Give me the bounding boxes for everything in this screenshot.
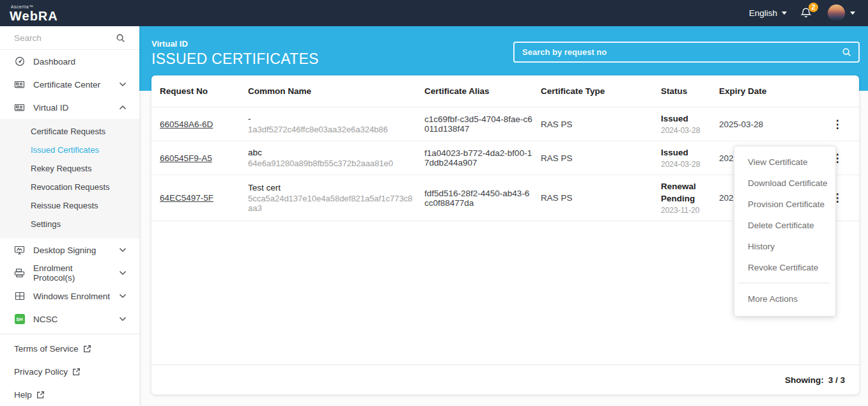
desktop-signing-icon: [14, 245, 25, 255]
sidebar: DashboardCertificate CenterVirtual IDCer…: [0, 26, 139, 406]
sidebar-nav: DashboardCertificate CenterVirtual IDCer…: [0, 50, 139, 238]
cell-status: Issued2024-03-28: [661, 147, 719, 169]
sidebar-link-label: Privacy Policy: [14, 367, 68, 377]
cell-expiry-date: 2025-03-28: [719, 120, 823, 129]
breadcrumb: Virtual ID: [151, 39, 319, 49]
sidebar-item-label: Dashboard: [33, 57, 75, 66]
brand-logo: Ascertia™ WebRA: [10, 4, 58, 23]
showing-label: Showing:: [785, 375, 824, 385]
search-icon: [116, 33, 125, 43]
chevron-down-icon: [119, 82, 127, 87]
sidebar-link-help[interactable]: Help: [0, 383, 139, 406]
sidebar-link-privacy-policy[interactable]: Privacy Policy: [0, 360, 139, 383]
common-name-hash: 1a3df5272c46ffc8e03aa32e6a324b86: [248, 125, 417, 134]
user-menu[interactable]: [828, 4, 855, 22]
virtual-id-icon: [14, 102, 25, 113]
table-footer: Showing: 3 / 3: [151, 364, 859, 394]
request-no-link[interactable]: 660548A6-6D: [160, 120, 213, 129]
sidebar-item-label: Desktop Signing: [33, 246, 96, 255]
sidebar-item-windows-enrolment[interactable]: Windows Enrolment: [0, 285, 139, 308]
cell-certificate-alias: fdf5d516-28f2-4450-ab43-6cc0f88477da: [424, 189, 541, 208]
external-link-icon: [83, 345, 91, 353]
sidebar-item-label: NCSC: [33, 315, 58, 324]
menu-item-delete-certificate[interactable]: Delete Certificate: [734, 215, 835, 236]
ncsc-logo: SH: [15, 314, 25, 324]
cell-certificate-type: RAS PS: [541, 153, 661, 163]
main-content: Virtual ID ISSUED CERTIFICATES Request N…: [139, 26, 868, 406]
column-header: Certificate Alias: [424, 86, 541, 96]
sidebar-item-enrolment-protocol-s-[interactable]: Enrolment Protocol(s): [0, 262, 139, 285]
sidebar-item-desktop-signing[interactable]: Desktop Signing: [0, 238, 139, 262]
cell-status: Issued2024-03-28: [661, 113, 719, 135]
menu-item-more-actions[interactable]: More Actions: [734, 288, 835, 309]
top-header: Ascertia™ WebRA English 2: [0, 0, 868, 26]
brand-small-text: Ascertia™: [11, 5, 58, 10]
request-search-input[interactable]: [515, 47, 842, 57]
cell-certificate-alias: c1c69fbf-c3d5-4704-8fae-c6011d138f47: [424, 114, 541, 134]
request-no-link[interactable]: 660545F9-A5: [160, 153, 212, 163]
sidebar-item-label: Enrolment Protocol(s): [33, 263, 111, 283]
cell-common-name: abc64e6a91280a89b8fb55c372b2aaa81e0: [248, 148, 424, 168]
cell-status: Renewal Pending2023-11-20: [661, 181, 719, 214]
sidebar-link-label: Terms of Service: [14, 344, 79, 354]
column-header: Request No: [151, 86, 248, 96]
language-selector[interactable]: English: [749, 8, 787, 18]
table-row: 660548A6-6D-1a3df5272c46ffc8e03aa32e6a32…: [151, 107, 859, 141]
table-search: [513, 42, 860, 63]
enrolment-protocol-icon: [14, 268, 25, 278]
search-icon[interactable]: [842, 47, 851, 57]
windows-enrolment-icon: [14, 291, 25, 301]
common-name-hash: 64e6a91280a89b8fb55c372b2aaa81e0: [248, 159, 417, 168]
cell-request-no: 64EC5497-5F: [151, 193, 248, 203]
column-header: Certificate Type: [541, 86, 661, 96]
sidebar-item-ncsc[interactable]: SHNCSC: [0, 308, 139, 331]
row-actions-kebab-icon[interactable]: ⋮: [823, 118, 859, 131]
cell-certificate-alias: f1a04023-b772-4da2-bf00-17ddb244a907: [424, 148, 541, 168]
sidebar-search: [0, 26, 139, 50]
common-name: Test cert: [248, 183, 417, 192]
external-link-icon: [72, 368, 81, 376]
menu-item-revoke-certificate[interactable]: Revoke Certificate: [734, 257, 835, 278]
status-label: Issued: [661, 113, 711, 125]
sidebar-subitem-rekey-requests[interactable]: Rekey Requests: [0, 159, 139, 178]
certificate-center-icon: [14, 79, 25, 90]
page-titles: Virtual ID ISSUED CERTIFICATES: [151, 39, 319, 68]
sidebar-item-certificate-center[interactable]: Certificate Center: [0, 73, 139, 96]
status-label: Renewal Pending: [661, 181, 711, 204]
sidebar-item-label: Certificate Center: [33, 80, 100, 90]
sidebar-subitem-certificate-requests[interactable]: Certificate Requests: [0, 122, 139, 141]
sidebar-subitem-revocation-requests[interactable]: Revocation Requests: [0, 178, 139, 196]
chevron-down-icon: [119, 316, 127, 322]
sidebar-subitem-reissue-requests[interactable]: Reissue Requests: [0, 196, 139, 215]
cell-certificate-type: RAS PS: [541, 193, 661, 203]
virtual-id-submenu: Certificate RequestsIssued CertificatesR…: [0, 119, 139, 238]
sidebar-item-virtual-id[interactable]: Virtual ID: [0, 96, 139, 119]
table-header: Request NoCommon NameCertificate AliasCe…: [151, 75, 859, 107]
sidebar-nav-lower: Desktop SigningEnrolment Protocol(s)Wind…: [0, 238, 139, 331]
language-label: English: [749, 8, 777, 18]
cell-request-no: 660545F9-A5: [151, 153, 248, 163]
notifications-button[interactable]: 2: [800, 6, 812, 20]
status-date: 2024-03-28: [661, 126, 711, 135]
menu-item-history[interactable]: History: [734, 236, 835, 257]
topbar-right: English 2: [749, 4, 855, 22]
row-actions-menu: View CertificateDownload CertificateProv…: [734, 146, 836, 316]
sidebar-item-dashboard[interactable]: Dashboard: [0, 50, 139, 73]
chevron-down-icon: [119, 293, 127, 299]
ncsc-icon: SH: [14, 314, 25, 324]
menu-item-download-certificate[interactable]: Download Certificate: [734, 173, 835, 194]
avatar: [828, 4, 845, 22]
sidebar-subitem-issued-certificates[interactable]: Issued Certificates: [0, 141, 139, 159]
menu-item-provision-certificate[interactable]: Provision Certificate: [734, 194, 835, 215]
dashboard-icon: [14, 56, 25, 66]
sidebar-subitem-settings[interactable]: Settings: [0, 215, 139, 233]
brand-name: WebRA: [10, 10, 58, 22]
sidebar-link-terms-of-service[interactable]: Terms of Service: [0, 337, 139, 360]
request-no-link[interactable]: 64EC5497-5F: [160, 193, 213, 203]
cell-certificate-type: RAS PS: [541, 120, 661, 129]
column-header: Common Name: [248, 86, 424, 96]
common-name: abc: [248, 148, 417, 157]
chevron-down-icon: [119, 247, 127, 253]
status-label: Issued: [661, 147, 711, 159]
menu-item-view-certificate[interactable]: View Certificate: [734, 152, 835, 173]
